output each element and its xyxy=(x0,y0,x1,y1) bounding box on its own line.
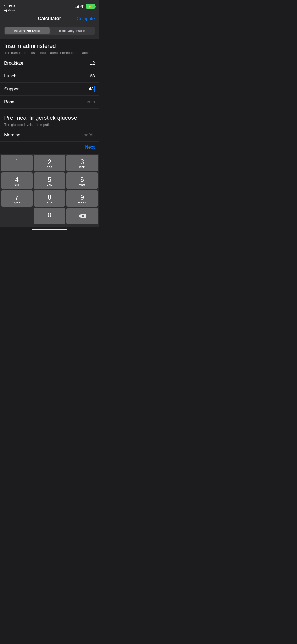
status-left: 3:39 ➤ ◀ Music xyxy=(4,4,16,12)
morning-value: mg/dL xyxy=(82,132,95,138)
page-title: Calculator xyxy=(23,16,76,21)
key-3[interactable]: 3 DEF xyxy=(66,155,98,171)
segment-total-daily-insulin[interactable]: Total Daily Insulin xyxy=(50,27,95,34)
key-5[interactable]: 5 JKL xyxy=(34,172,65,189)
insulin-form-rows: Breakfast 12 Lunch 63 Supper 48 Basal un… xyxy=(0,57,99,109)
glucose-section-title: Pre-meal fingerstick glucose xyxy=(4,114,95,121)
back-chevron-icon: ◀ xyxy=(4,8,7,12)
next-row: Next xyxy=(0,142,99,153)
glucose-section: Pre-meal fingerstick glucose The glucose… xyxy=(0,111,99,142)
segment-insulin-per-dose[interactable]: Insulin Per Dose xyxy=(5,27,50,34)
key-1[interactable]: 1 xyxy=(1,155,33,171)
breakfast-row[interactable]: Breakfast 12 xyxy=(0,57,99,70)
key-3-letters: DEF xyxy=(79,166,85,169)
nav-bar: Calculator Compute xyxy=(0,13,99,24)
key-0-number: 0 xyxy=(48,211,51,218)
key-3-number: 3 xyxy=(80,158,84,165)
location-arrow-icon: ➤ xyxy=(13,4,16,8)
numpad-row-4: 0 xyxy=(1,208,98,224)
key-6[interactable]: 6 MNO xyxy=(66,172,98,189)
bar2 xyxy=(76,7,77,8)
status-right: ⚡ xyxy=(75,4,95,9)
basal-row[interactable]: Basal units xyxy=(0,96,99,109)
numpad-row-2: 4 GHI 5 JKL 6 MNO xyxy=(1,172,98,189)
key-6-number: 6 xyxy=(80,176,84,183)
signal-bars-icon xyxy=(75,5,79,8)
key-7[interactable]: 7 PQRS xyxy=(1,190,33,207)
numpad-row-3: 7 PQRS 8 TUV 9 WXYZ xyxy=(1,190,98,207)
glucose-section-subtitle: The glucose levels of the patient xyxy=(4,122,95,127)
key-7-number: 7 xyxy=(15,194,19,201)
glucose-form-rows: Morning mg/dL xyxy=(0,129,99,142)
lunch-label: Lunch xyxy=(4,73,16,79)
key-8[interactable]: 8 TUV xyxy=(34,190,65,207)
key-7-letters: PQRS xyxy=(13,201,21,204)
back-nav[interactable]: ◀ Music xyxy=(4,8,16,12)
key-empty xyxy=(1,208,33,224)
breakfast-value: 12 xyxy=(90,61,95,66)
key-8-number: 8 xyxy=(48,194,51,201)
home-indicator xyxy=(0,227,99,232)
battery-icon: ⚡ xyxy=(86,4,95,9)
key-9[interactable]: 9 WXYZ xyxy=(66,190,98,207)
key-0[interactable]: 0 xyxy=(34,208,65,224)
time-display: 3:39 xyxy=(4,4,12,8)
key-8-letters: TUV xyxy=(47,201,52,204)
key-2-letters: ABC xyxy=(46,166,53,169)
glucose-section-header: Pre-meal fingerstick glucose The glucose… xyxy=(0,111,99,129)
wifi-icon xyxy=(80,4,84,9)
supper-value: 48 xyxy=(89,86,95,92)
lunch-row[interactable]: Lunch 63 xyxy=(0,70,99,83)
numpad-row-1: 1 2 ABC 3 DEF xyxy=(1,155,98,171)
key-2-number: 2 xyxy=(48,158,51,165)
next-button[interactable]: Next xyxy=(85,145,95,150)
key-9-number: 9 xyxy=(80,194,84,201)
key-1-number: 1 xyxy=(15,158,19,165)
insulin-section-title: Insulin administered xyxy=(4,43,95,49)
key-4-number: 4 xyxy=(15,176,19,183)
key-4[interactable]: 4 GHI xyxy=(1,172,33,189)
segmented-control: Insulin Per Dose Total Daily Insulin xyxy=(0,24,99,39)
svg-rect-1 xyxy=(93,6,94,7)
bar1 xyxy=(75,7,76,8)
segment-inner: Insulin Per Dose Total Daily Insulin xyxy=(4,27,95,35)
lunch-value: 63 xyxy=(90,73,95,79)
home-bar xyxy=(32,229,67,230)
key-9-letters: WXYZ xyxy=(78,201,86,204)
key-2[interactable]: 2 ABC xyxy=(34,155,65,171)
delete-icon xyxy=(78,213,86,220)
bar4 xyxy=(78,5,79,8)
key-5-letters: JKL xyxy=(47,183,52,186)
status-bar: 3:39 ➤ ◀ Music ⚡ xyxy=(0,0,99,13)
insulin-section-subtitle: The number of units of insulin administe… xyxy=(4,50,95,55)
supper-row[interactable]: Supper 48 xyxy=(0,83,99,96)
supper-label: Supper xyxy=(4,86,19,92)
key-6-letters: MNO xyxy=(79,183,85,186)
morning-label: Morning xyxy=(4,132,20,138)
basal-label: Basal xyxy=(4,99,16,105)
basal-value: units xyxy=(85,99,95,105)
back-label: Music xyxy=(7,8,16,12)
insulin-section-header: Insulin administered The number of units… xyxy=(0,39,99,57)
breakfast-label: Breakfast xyxy=(4,61,23,66)
bar3 xyxy=(77,6,78,8)
key-delete[interactable] xyxy=(66,208,98,224)
numpad: 1 2 ABC 3 DEF 4 GHI 5 JKL 6 MNO 7 PQRS xyxy=(0,154,99,227)
compute-button[interactable]: Compute xyxy=(76,16,95,21)
key-5-number: 5 xyxy=(48,176,51,183)
status-time: 3:39 ➤ xyxy=(4,4,16,8)
svg-text:⚡: ⚡ xyxy=(89,5,92,8)
morning-row[interactable]: Morning mg/dL xyxy=(0,129,99,142)
key-4-letters: GHI xyxy=(14,183,19,186)
